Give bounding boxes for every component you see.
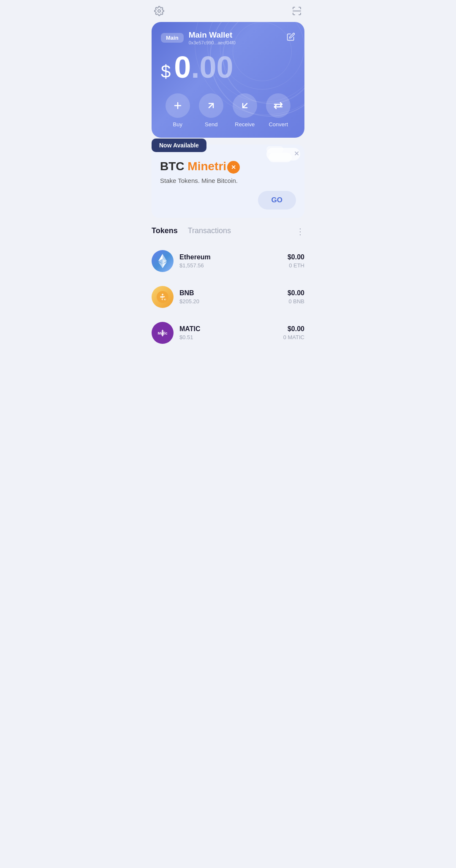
wallet-card: Main Main Wallet 0x3e57c990...aecf04f0 $…: [152, 22, 304, 138]
svg-line-4: [209, 103, 213, 108]
receive-button[interactable]: Receive: [228, 93, 262, 128]
bnb-value: $0.00 0 BNB: [288, 289, 304, 305]
matic-value: $0.00 0 MATIC: [283, 325, 304, 340]
tab-tokens[interactable]: Tokens: [152, 226, 178, 236]
matic-name: MATIC: [179, 325, 283, 333]
top-bar: [146, 0, 310, 22]
token-row-matic[interactable]: Matic MATIC $0.51 $0.00 0 MATIC: [152, 316, 304, 350]
svg-text:Matic: Matic: [157, 331, 167, 335]
bnb-amount: 0 BNB: [288, 298, 304, 305]
tabs-more-menu-icon[interactable]: ⋮: [296, 226, 304, 237]
receive-icon: [233, 93, 257, 118]
svg-line-5: [243, 103, 247, 108]
promo-card: ✕ BTC Minetri✕ Stake Tokens. Mine Bitcoi…: [152, 144, 304, 218]
token-list: Ethereum $1,557.56 $0.00 0 ETH: [152, 244, 304, 350]
buy-label: Buy: [173, 121, 182, 128]
matic-price: $0.51: [179, 334, 283, 340]
wallet-address: 0x3e57c990...aecf04f0: [189, 40, 287, 45]
bnb-name: BNB: [179, 289, 288, 297]
eth-amount: 0 ETH: [288, 262, 304, 269]
settings-icon[interactable]: [154, 6, 164, 19]
send-label: Send: [205, 121, 217, 128]
receive-label: Receive: [235, 121, 255, 128]
promo-title: BTC Minetri✕: [160, 160, 296, 174]
tabs-section: Tokens Transactions ⋮ Ethereum $1,557.56: [152, 226, 304, 350]
convert-button[interactable]: Convert: [262, 93, 296, 128]
bnb-icon: [152, 286, 174, 308]
eth-usd: $0.00: [288, 253, 304, 261]
promo-subtitle: Stake Tokens. Mine Bitcoin.: [160, 177, 296, 184]
balance-area: $ 0 .00: [161, 52, 295, 82]
send-button[interactable]: Send: [195, 93, 228, 128]
bnb-price: $205.20: [179, 298, 288, 305]
matic-icon: Matic: [152, 322, 174, 344]
buy-button[interactable]: Buy: [161, 93, 195, 128]
promo-x-icon: ✕: [227, 161, 240, 174]
now-available-badge: Now Available: [152, 139, 206, 152]
buy-icon: [166, 93, 190, 118]
convert-icon: [266, 93, 290, 118]
wallet-tag: Main: [161, 33, 184, 43]
promo-go-button[interactable]: GO: [258, 191, 296, 210]
bnb-info: BNB $205.20: [179, 289, 288, 305]
balance-whole: 0: [174, 52, 191, 82]
tab-transactions[interactable]: Transactions: [188, 226, 231, 236]
send-icon: [199, 93, 223, 118]
balance-dollar-sign: $: [161, 62, 171, 82]
promo-close-button[interactable]: ✕: [294, 150, 299, 158]
eth-icon: [152, 250, 174, 272]
balance-decimal: .00: [191, 52, 233, 82]
matic-amount: 0 MATIC: [283, 334, 304, 340]
eth-price: $1,557.56: [179, 262, 288, 269]
eth-name: Ethereum: [179, 253, 288, 261]
tabs-row: Tokens Transactions ⋮: [152, 226, 304, 237]
promo-minetri-text: Minetri: [187, 160, 226, 173]
scan-icon[interactable]: [292, 6, 302, 19]
bnb-usd: $0.00: [288, 289, 304, 297]
eth-info: Ethereum $1,557.56: [179, 253, 288, 269]
promo-section: Now Available ✕ BTC Minetri✕ Stake Token…: [152, 144, 304, 218]
token-row-eth[interactable]: Ethereum $1,557.56 $0.00 0 ETH: [152, 244, 304, 278]
convert-label: Convert: [269, 121, 288, 128]
promo-btc-text: BTC: [160, 160, 185, 173]
matic-usd: $0.00: [283, 325, 304, 333]
edit-wallet-icon[interactable]: [287, 33, 295, 43]
token-row-bnb[interactable]: BNB $205.20 $0.00 0 BNB: [152, 280, 304, 314]
eth-value: $0.00 0 ETH: [288, 253, 304, 269]
action-buttons: Buy Send Receive: [161, 93, 295, 128]
svg-point-0: [158, 10, 160, 12]
wallet-name: Main Wallet: [189, 30, 287, 40]
matic-info: MATIC $0.51: [179, 325, 283, 340]
